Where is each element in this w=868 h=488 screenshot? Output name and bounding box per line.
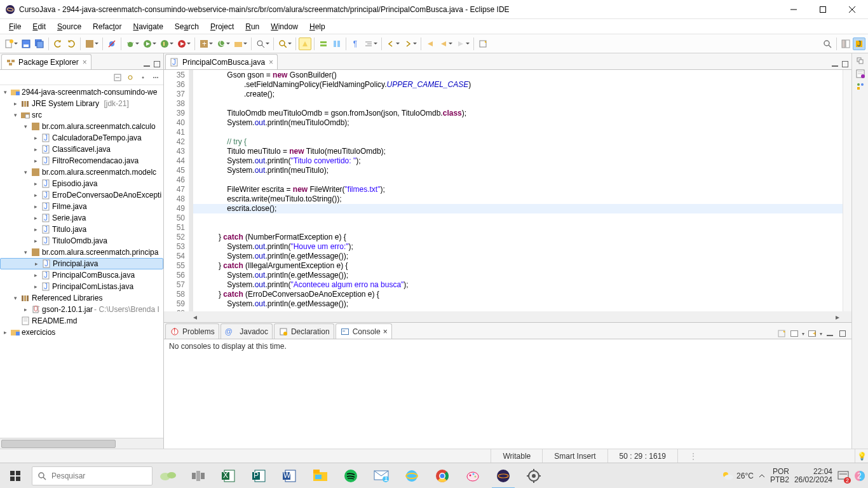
build-button[interactable] [83,37,96,50]
run-button[interactable] [141,37,154,50]
clock[interactable]: 22:0426/02/2024 [794,468,832,484]
collapse-all-icon[interactable] [112,72,123,83]
close-icon[interactable]: × [269,58,273,67]
skip-breakpoints-icon[interactable] [105,37,118,50]
tree-item[interactable]: ▸JFilme.java [0,201,163,212]
maximize-button[interactable] [808,0,837,19]
publisher-icon[interactable]: P [244,463,275,489]
horizontal-scrollbar[interactable] [0,438,163,449]
redo-icon[interactable] [65,37,78,50]
tab-problems[interactable]: !Problems [165,323,219,339]
coverage-button[interactable] [158,37,171,50]
new-class-button[interactable]: C [215,37,227,50]
word-icon[interactable]: W [275,463,305,489]
tree-item[interactable]: ▸JSerie.java [0,212,163,224]
menu-source[interactable]: Source [52,21,86,32]
close-icon[interactable]: × [83,58,87,67]
tool1-icon[interactable] [317,37,330,50]
tree-item[interactable]: README.md [32,316,77,325]
tree-item[interactable]: ▸JEpisodio.java [0,178,163,189]
restore-view-icon[interactable] [855,56,865,66]
tree-item[interactable]: gson-2.10.1.jar [42,305,93,314]
menu-window[interactable]: Window [266,21,303,32]
task-list-icon[interactable] [855,69,865,79]
access-search-icon[interactable] [821,37,834,50]
menu-run[interactable]: Run [240,21,264,32]
mail-icon[interactable]: 1 [366,463,397,489]
editor-tab[interactable]: J PrincipalComBusca.java × [165,54,278,69]
focus-icon[interactable] [138,72,148,83]
menu-help[interactable]: Help [304,21,330,32]
line-number-gutter[interactable]: 3536373839404142434445464748495051525354… [164,70,189,311]
new-folder-button[interactable] [232,37,245,50]
minimize-view-icon[interactable] [830,59,840,69]
tree-item[interactable]: JRE System Library [32,99,99,108]
notifications-icon[interactable]: 2 [837,470,849,482]
tree-item[interactable]: src [32,111,42,119]
menu-navigate[interactable]: Navigate [128,21,168,32]
maximize-view-icon[interactable] [152,59,162,69]
tree-item[interactable]: Referenced Libraries [32,294,102,302]
maximize-view-icon[interactable] [837,329,848,339]
code-editor[interactable]: Gson gson = new GsonBuilder() .setFieldN… [193,70,843,311]
pilcrow-icon[interactable]: ¶ [349,37,362,50]
menu-project[interactable]: Project [205,21,239,32]
tree-item[interactable]: ▸JPrincipalComListas.java [0,281,163,292]
pin-console-icon[interactable] [776,329,787,339]
start-button[interactable] [0,463,31,489]
tab-console[interactable]: Console× [336,323,392,339]
eclipse-taskbar-icon[interactable] [488,463,519,489]
debug-button[interactable] [124,37,137,50]
minimize-view-icon[interactable] [142,59,152,69]
app-paint-icon[interactable] [458,463,488,489]
tree-item[interactable]: br.com.alura.screenmatch.calculo [42,122,156,131]
minimize-button[interactable] [779,0,808,19]
pin-editor-icon[interactable] [477,37,489,50]
package-explorer-tab[interactable]: Package Explorer × [1,54,92,69]
menu-edit[interactable]: Edit [27,21,51,32]
tree-item[interactable]: ▸JTitulo.java [0,224,163,235]
project-tree[interactable]: ▾2944-java-screenmatch-consumindo-we ▸JR… [0,85,163,438]
annotation-next-icon[interactable] [402,37,414,50]
close-button[interactable] [837,0,867,19]
file-explorer-icon[interactable] [305,463,336,489]
close-icon[interactable]: × [383,327,388,336]
tree-item[interactable]: ▸JCalculadoraDeTempo.java [0,132,163,144]
tree-item[interactable]: 2944-java-screenmatch-consumindo-we [22,88,157,97]
indent-icon[interactable] [362,37,375,50]
java-perspective-icon[interactable]: J [853,37,865,50]
tab-javadoc[interactable]: @ Javadoc [220,323,273,339]
tree-item[interactable]: br.com.alura.screenmatch.principa [42,248,158,257]
tree-item[interactable]: exercicios [22,328,55,337]
task-view-icon[interactable] [183,463,214,489]
menu-refactor[interactable]: Refactor [88,21,126,32]
spotify-icon[interactable] [336,463,366,489]
excel-icon[interactable]: X [214,463,244,489]
tray-app-icon[interactable]: 2 [854,470,865,482]
menu-search[interactable]: Search [170,21,204,32]
link-editor-icon[interactable] [125,72,135,83]
search-button[interactable] [276,37,289,50]
menu-file[interactable]: File [4,21,26,32]
tip-icon[interactable]: 💡 [855,452,868,461]
tab-declaration[interactable]: Declaration [274,323,334,339]
back-button[interactable] [424,37,437,50]
open-console-icon[interactable]: + [807,329,817,339]
tray-chevron-icon[interactable] [759,473,765,479]
view-menu-icon[interactable] [151,72,161,83]
save-all-button[interactable] [33,37,46,50]
tree-item[interactable]: br.com.alura.screenmatch.modelc [42,168,156,177]
taskbar-pistachio-icon[interactable] [153,463,183,489]
save-button[interactable] [20,37,32,50]
run-last-button[interactable] [175,37,188,50]
chrome-icon[interactable] [427,463,458,489]
new-package-button[interactable]: + [198,37,210,50]
outline-icon[interactable] [855,81,865,92]
language-indicator[interactable]: PORPTB2 [770,468,789,484]
tree-item[interactable]: ▸JTituloOmdb.java [0,235,163,247]
tree-item[interactable]: ▸JFiltroRecomendacao.java [0,155,163,166]
undo-icon[interactable] [51,37,64,50]
minimize-view-icon[interactable] [825,329,835,339]
taskbar-search[interactable]: Pesquisar [32,466,153,485]
ie-icon[interactable] [397,463,427,489]
